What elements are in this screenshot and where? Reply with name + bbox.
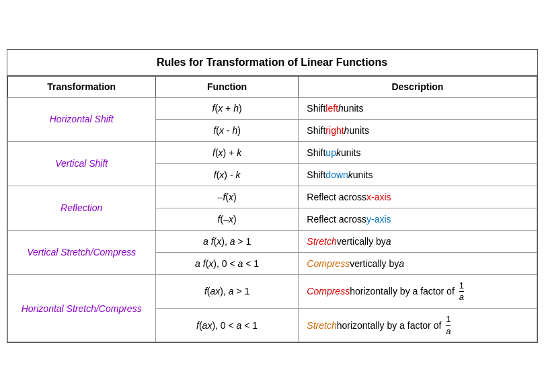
header-description: Description (299, 76, 537, 97)
header-transformation: Transformation (7, 76, 155, 97)
transformation-cell: Vertical Stretch/Compress (7, 230, 155, 274)
description-cell: Shift up k units (299, 141, 537, 163)
transformation-cell: Horizontal Shift (7, 97, 155, 141)
description-cell: Stretch vertically by a (299, 230, 537, 252)
function-cell: f(x) + k (155, 141, 298, 163)
function-cell: f(ax), a > 1 (155, 274, 298, 308)
function-cell: a f(x), a > 1 (155, 230, 298, 252)
transformation-cell: Vertical Shift (7, 141, 155, 186)
description-cell: Shift right h units (299, 119, 537, 141)
function-cell: f(ax), 0 < a < 1 (155, 309, 298, 342)
table-row: Vertical Shiftf(x) + kShift up k units (7, 141, 537, 163)
description-cell: Shift down k units (299, 163, 537, 186)
description-cell: Compress horizontally by a factor of 1a (299, 274, 537, 308)
transformation-cell: Horizontal Stretch/Compress (7, 274, 155, 342)
transformation-cell: Reflection (7, 186, 155, 230)
function-cell: –f(x) (155, 186, 298, 208)
description-cell: Reflect across x-axis (299, 186, 537, 208)
table-row: Horizontal Stretch/Compressf(ax), a > 1C… (7, 274, 537, 308)
description-cell: Compress vertically by a (299, 252, 537, 274)
header-function: Function (155, 76, 298, 97)
function-cell: f(–x) (155, 208, 298, 230)
table-row: Horizontal Shiftf(x + h)Shift left h uni… (7, 97, 537, 119)
function-cell: f(x - h) (155, 119, 298, 141)
function-cell: f(x + h) (155, 97, 298, 119)
transformation-table: Transformation Function Description Hori… (7, 76, 537, 342)
table-title: Rules for Transformation of Linear Funct… (7, 50, 537, 76)
main-table-wrapper: Rules for Transformation of Linear Funct… (7, 49, 538, 343)
description-cell: Reflect across y-axis (299, 208, 537, 230)
table-row: Reflection–f(x)Reflect across x-axis (7, 186, 537, 208)
function-cell: a f(x), 0 < a < 1 (155, 252, 298, 274)
table-row: Vertical Stretch/Compressa f(x), a > 1St… (7, 230, 537, 252)
description-cell: Stretch horizontally by a factor of 1a (299, 309, 537, 342)
function-cell: f(x) - k (155, 163, 298, 186)
description-cell: Shift left h units (299, 97, 537, 119)
